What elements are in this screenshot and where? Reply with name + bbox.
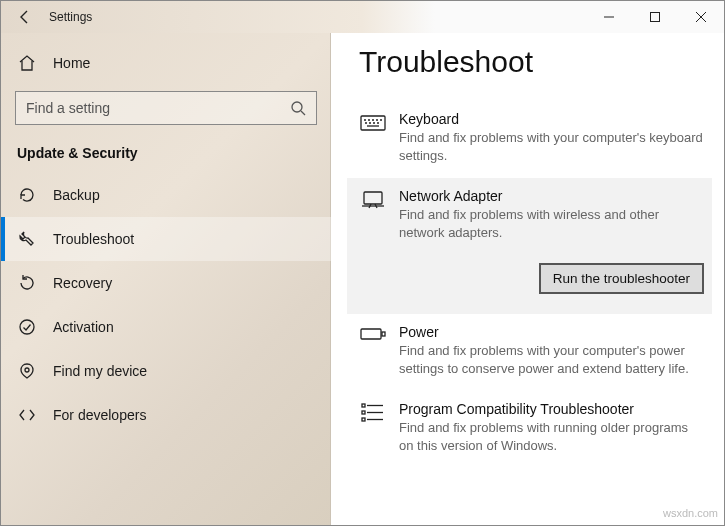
sidebar: Home Find a setting Update & Security Ba… (1, 33, 331, 525)
close-button[interactable] (678, 1, 724, 33)
troubleshooter-desc: Find and fix problems with wireless and … (399, 206, 704, 241)
keyboard-icon (359, 111, 387, 139)
home-label: Home (53, 55, 90, 71)
page-title: Troubleshoot (359, 45, 704, 79)
sidebar-item-activation[interactable]: Activation (1, 305, 331, 349)
arrow-left-icon (17, 9, 33, 25)
svg-rect-19 (364, 192, 382, 204)
sidebar-item-for-developers[interactable]: For developers (1, 393, 331, 437)
troubleshooter-title: Power (399, 324, 704, 340)
troubleshooter-power[interactable]: Power Find and fix problems with your co… (359, 314, 704, 391)
sidebar-item-troubleshoot[interactable]: Troubleshoot (1, 217, 331, 261)
home-icon (17, 53, 37, 73)
sidebar-item-label: For developers (53, 407, 146, 423)
minimize-icon (604, 12, 614, 22)
recovery-icon (17, 273, 37, 293)
svg-point-7 (25, 368, 29, 372)
developers-icon (17, 405, 37, 425)
sidebar-item-backup[interactable]: Backup (1, 173, 331, 217)
window-title: Settings (49, 10, 92, 24)
troubleshooter-desc: Find and fix problems with your computer… (399, 129, 704, 164)
svg-rect-1 (651, 13, 660, 22)
main-panel: Troubleshoot Keyboard Find and fix probl… (331, 33, 724, 525)
svg-line-5 (301, 111, 305, 115)
maximize-icon (650, 12, 660, 22)
sidebar-item-label: Backup (53, 187, 100, 203)
home-nav[interactable]: Home (1, 41, 331, 85)
troubleshooter-title: Keyboard (399, 111, 704, 127)
svg-rect-29 (362, 418, 365, 421)
sidebar-item-recovery[interactable]: Recovery (1, 261, 331, 305)
sidebar-item-label: Find my device (53, 363, 147, 379)
troubleshooter-title: Network Adapter (399, 188, 704, 204)
troubleshooter-network-adapter[interactable]: Network Adapter Find and fix problems wi… (347, 178, 712, 314)
sidebar-item-label: Troubleshoot (53, 231, 134, 247)
minimize-button[interactable] (586, 1, 632, 33)
svg-rect-23 (361, 329, 381, 339)
sidebar-item-label: Activation (53, 319, 114, 335)
svg-point-4 (292, 102, 302, 112)
power-icon (359, 324, 387, 352)
backup-icon (17, 185, 37, 205)
watermark: wsxdn.com (663, 507, 718, 519)
run-troubleshooter-button[interactable]: Run the troubleshooter (539, 263, 704, 294)
troubleshooter-title: Program Compatibility Troubleshooter (399, 401, 704, 417)
troubleshoot-icon (17, 229, 37, 249)
troubleshooter-desc: Find and fix problems with your computer… (399, 342, 704, 377)
close-icon (696, 12, 706, 22)
svg-point-6 (20, 320, 34, 334)
troubleshooter-keyboard[interactable]: Keyboard Find and fix problems with your… (359, 101, 704, 178)
network-adapter-icon (359, 188, 387, 216)
maximize-button[interactable] (632, 1, 678, 33)
titlebar: Settings (1, 1, 724, 33)
section-header: Update & Security (1, 139, 331, 173)
find-device-icon (17, 361, 37, 381)
search-input[interactable]: Find a setting (15, 91, 317, 125)
activation-icon (17, 317, 37, 337)
search-placeholder: Find a setting (26, 100, 110, 116)
svg-rect-24 (382, 332, 385, 336)
sidebar-item-find-my-device[interactable]: Find my device (1, 349, 331, 393)
search-icon (290, 100, 306, 116)
back-button[interactable] (1, 1, 49, 33)
troubleshooter-desc: Find and fix problems with running older… (399, 419, 704, 454)
svg-rect-25 (362, 404, 365, 407)
program-compat-icon (359, 401, 387, 429)
troubleshooter-program-compatibility[interactable]: Program Compatibility Troubleshooter Fin… (359, 391, 704, 468)
sidebar-item-label: Recovery (53, 275, 112, 291)
svg-rect-27 (362, 411, 365, 414)
